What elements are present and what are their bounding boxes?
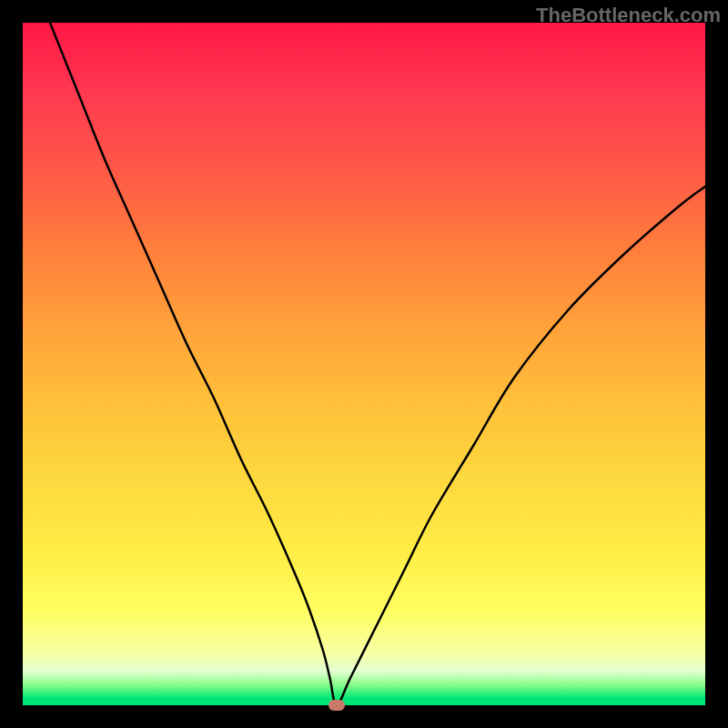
plot-area	[23, 23, 705, 705]
watermark-text: TheBottleneck.com	[536, 4, 721, 27]
chart-container: TheBottleneck.com	[0, 0, 728, 728]
bottleneck-curve	[23, 23, 705, 705]
optimal-point-marker	[329, 700, 345, 711]
